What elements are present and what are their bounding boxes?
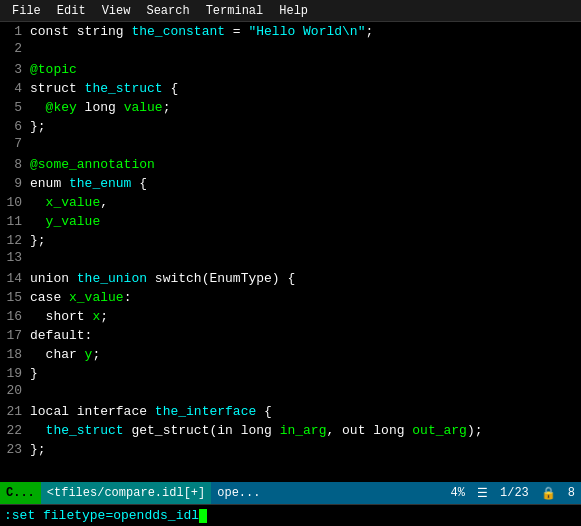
line-number: 12	[0, 233, 30, 248]
line-number: 20	[0, 383, 30, 398]
line-content: const string the_constant = "Hello World…	[30, 22, 373, 41]
line-content: struct the_struct {	[30, 79, 178, 98]
line-number: 1	[0, 24, 30, 39]
table-row: 17default:	[0, 326, 581, 345]
table-row: 5 @key long value;	[0, 98, 581, 117]
table-row: 23};	[0, 440, 581, 459]
line-number: 13	[0, 250, 30, 265]
menu-view[interactable]: View	[94, 2, 139, 20]
line-content: @topic	[30, 60, 77, 79]
table-row: 21local interface the_interface {	[0, 402, 581, 421]
line-content: the_struct get_struct(in long in_arg, ou…	[30, 421, 483, 440]
line-number: 18	[0, 347, 30, 362]
menu-search[interactable]: Search	[138, 2, 197, 20]
line-number: 14	[0, 271, 30, 286]
line-number: 2	[0, 41, 30, 56]
table-row: 12};	[0, 231, 581, 250]
line-number: 5	[0, 100, 30, 115]
table-row: 1const string the_constant = "Hello Worl…	[0, 22, 581, 41]
col-num: 8	[562, 482, 581, 504]
table-row: 13	[0, 250, 581, 269]
lock-icon: 🔒	[535, 482, 562, 504]
menubar: File Edit View Search Terminal Help	[0, 0, 581, 22]
vim-mode: C...	[0, 482, 41, 504]
file-extra: ope...	[211, 482, 266, 504]
file-name: <tfiles/compare.idl[+]	[41, 482, 211, 504]
line-content: };	[30, 231, 46, 250]
line-content: };	[30, 440, 46, 459]
table-row: 9enum the_enum {	[0, 174, 581, 193]
table-row: 16 short x;	[0, 307, 581, 326]
cursor	[199, 509, 207, 523]
menu-edit[interactable]: Edit	[49, 2, 94, 20]
line-content: short x;	[30, 307, 108, 326]
percent-pos: 4%	[445, 482, 471, 504]
menu-terminal[interactable]: Terminal	[198, 2, 272, 20]
command-line[interactable]: :set filetype=opendds_idl	[0, 504, 581, 526]
line-number: 10	[0, 195, 30, 210]
cmd-text: :set filetype=opendds_idl	[4, 508, 199, 523]
line-number: 19	[0, 366, 30, 381]
table-row: 6};	[0, 117, 581, 136]
line-number: 4	[0, 81, 30, 96]
line-number: 22	[0, 423, 30, 438]
line-content: @key long value;	[30, 98, 170, 117]
table-row: 22 the_struct get_struct(in long in_arg,…	[0, 421, 581, 440]
table-row: 8@some_annotation	[0, 155, 581, 174]
line-content: y_value	[30, 212, 100, 231]
line-number: 21	[0, 404, 30, 419]
status-bar: C... <tfiles/compare.idl[+] ope... 4% ☰ …	[0, 482, 581, 504]
table-row: 14union the_union switch(EnumType) {	[0, 269, 581, 288]
table-row: 20	[0, 383, 581, 402]
line-content: x_value,	[30, 193, 108, 212]
table-row: 3@topic	[0, 60, 581, 79]
table-row: 2	[0, 41, 581, 60]
line-number: 23	[0, 442, 30, 457]
table-row: 7	[0, 136, 581, 155]
line-content: }	[30, 364, 38, 383]
line-number: 15	[0, 290, 30, 305]
line-number: 7	[0, 136, 30, 151]
line-content: default:	[30, 326, 92, 345]
line-content: };	[30, 117, 46, 136]
line-content: @some_annotation	[30, 155, 155, 174]
line-number: 6	[0, 119, 30, 134]
table-row: 19}	[0, 364, 581, 383]
line-content: case x_value:	[30, 288, 131, 307]
line-position: 1/23	[494, 482, 535, 504]
table-row: 10 x_value,	[0, 193, 581, 212]
line-number: 8	[0, 157, 30, 172]
table-row: 11 y_value	[0, 212, 581, 231]
lines-icon: ☰	[471, 482, 494, 504]
line-number: 9	[0, 176, 30, 191]
line-number: 17	[0, 328, 30, 343]
table-row: 18 char y;	[0, 345, 581, 364]
line-content: enum the_enum {	[30, 174, 147, 193]
line-content: local interface the_interface {	[30, 402, 272, 421]
line-number: 11	[0, 214, 30, 229]
menu-file[interactable]: File	[4, 2, 49, 20]
line-number: 16	[0, 309, 30, 324]
line-content: char y;	[30, 345, 100, 364]
table-row: 15case x_value:	[0, 288, 581, 307]
code-editor[interactable]: 1const string the_constant = "Hello Worl…	[0, 22, 581, 482]
table-row: 4struct the_struct {	[0, 79, 581, 98]
menu-help[interactable]: Help	[271, 2, 316, 20]
line-content: union the_union switch(EnumType) {	[30, 269, 295, 288]
line-number: 3	[0, 62, 30, 77]
